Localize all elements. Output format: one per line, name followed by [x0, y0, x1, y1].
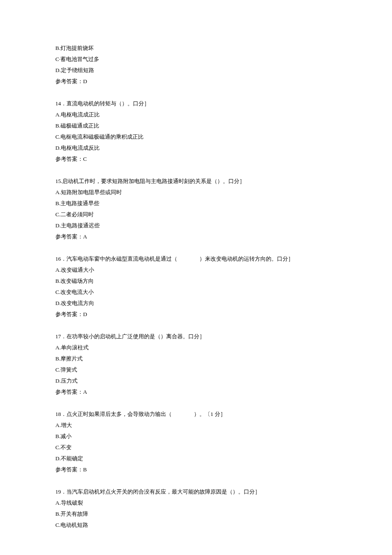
question-15: 15. 启动机工作时，要求短路附加电阻与主电路接通时刻的关系是（）。口分］ A.… [55, 176, 337, 242]
question-14: 14 ．直流电动机的转矩与（）。口分］ A.电枢电流成正比 B.磁极磁通成正比 … [55, 98, 337, 165]
question-13-partial: B.灯泡提前烧坏 C·蓄电池冒气过多 D.定予绕组短路 参考答案：D [55, 43, 337, 87]
answer-text: 参考答案：A [55, 386, 337, 398]
option-text: C.电动机短路 [55, 520, 337, 531]
question-stem: ．当汽车启动机对点火开关的闭合没有反应，最大可能的故障原因是（）。口分］ [61, 486, 260, 497]
answer-text: 参考答案：A [55, 231, 337, 242]
option-text: C.二者必须同时 [55, 209, 337, 220]
answer-text: 参考答案：B [55, 464, 337, 475]
question-stem: ．汽车电动车窗中的永磁型直流电动机是通过（ ）来改变电动机的运转方向的。口分］ [61, 253, 294, 264]
option-text: D.不能确定 [55, 453, 337, 464]
question-16: 16 ．汽车电动车窗中的永磁型直流电动机是通过（ ）来改变电动机的运转方向的。口… [55, 253, 337, 320]
question-number: 17 [55, 331, 61, 342]
option-text: D.压力式 [55, 375, 337, 386]
question-19: 19 ．当汽车启动机对点火开关的闭合没有反应，最大可能的故障原因是（）。口分］ … [55, 486, 337, 531]
question-number: 14 [55, 98, 61, 109]
question-18: 18 ．点火正时如果滞后太多，会导致动力输出（ ）。〔1 分］ A.增大 B.减… [55, 409, 337, 475]
question-17: 17 ．在功率较小的启动机上广泛使用的是（）离合器。口分］ A.单向滚柱式 B.… [55, 331, 337, 398]
option-text: A.单向滚柱式 [55, 342, 337, 353]
option-text: C.电枢电流和磁极磁通的乘积成正比 [55, 131, 337, 142]
option-text: B.减小 [55, 431, 337, 442]
option-text: D.电枢电流成反比 [55, 142, 337, 154]
option-text: B.摩擦片式 [55, 353, 337, 364]
option-text: B.改变磁场方向 [55, 276, 337, 287]
option-text: B.开关有故障 [55, 509, 337, 520]
question-stem: ．在功率较小的启动机上广泛使用的是（）离合器。口分］ [61, 331, 205, 342]
option-text: A.导线破裂 [55, 497, 337, 509]
question-number: 18 [55, 409, 61, 420]
option-text: A.改变磁通大小 [55, 264, 337, 276]
option-text: C·蓄电池冒气过多 [55, 54, 337, 65]
question-number: 15. [55, 176, 62, 187]
option-text: B.磁极磁通成正比 [55, 120, 337, 131]
option-text: C.弹簧式 [55, 364, 337, 375]
question-stem: ．直流电动机的转矩与（）。口分］ [61, 98, 150, 109]
option-text: B.主电路接通早些 [55, 198, 337, 209]
option-text: B.灯泡提前烧坏 [55, 43, 337, 54]
answer-text: 参考答案：D [55, 76, 337, 87]
option-text: C.改变电流大小 [55, 287, 337, 298]
answer-text: 参考答案：D [55, 309, 337, 320]
option-text: C.不变 [55, 442, 337, 453]
question-number: 16 [55, 253, 61, 264]
option-text: D.主电路接通迟些 [55, 220, 337, 231]
option-text: D.定予绕组短路 [55, 65, 337, 76]
question-number: 19 [55, 486, 61, 497]
question-stem: ．点火正时如果滞后太多，会导致动力输出（ ）。〔1 分］ [61, 409, 226, 420]
answer-text: 参考答案：C [55, 154, 337, 165]
question-stem: 启动机工作时，要求短路附加电阻与主电路接通时刻的关系是（）。口分］ [62, 176, 245, 187]
option-text: A.增大 [55, 420, 337, 431]
option-text: A.短路附加电阻早些或同时 [55, 187, 337, 198]
option-text: D.改变电流方向 [55, 298, 337, 309]
option-text: A.电枢电流成正比 [55, 109, 337, 120]
